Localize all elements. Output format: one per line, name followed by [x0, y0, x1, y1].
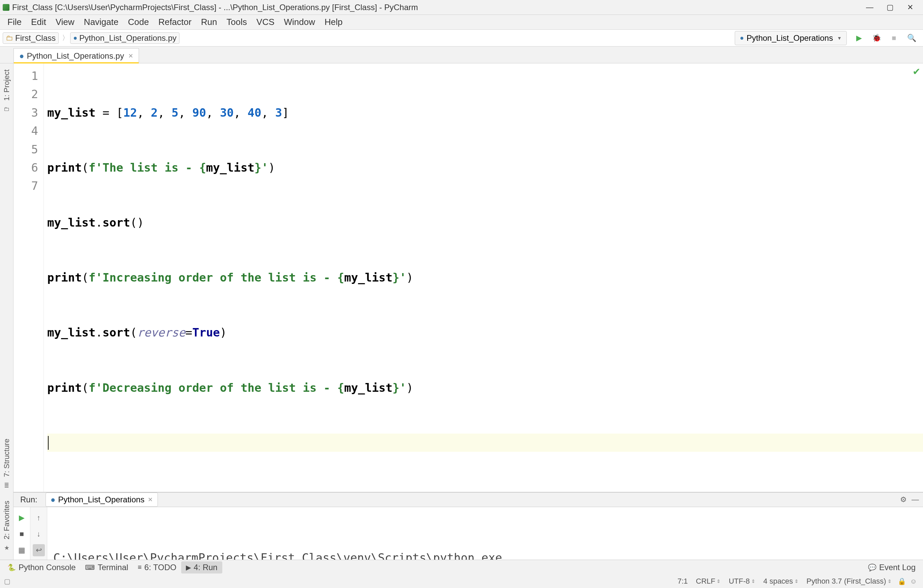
run-button[interactable]: ▶ [852, 31, 866, 45]
todo-label: 6: TODO [145, 563, 176, 572]
down-stack-icon[interactable]: ↓ [33, 528, 45, 540]
editor-run-split: ✔ 1 2 3 4 5 6 7 my_list = [12, 2, 5, 90,… [13, 63, 923, 560]
bottom-tool-bar: 🐍 Python Console ⌨ Terminal ≡ 6: TODO ▶ … [0, 560, 923, 575]
menu-code[interactable]: Code [123, 15, 153, 29]
chevron-updown-icon: ⇕ [716, 578, 721, 584]
run-tool-header: Run: ● Python_List_Operations ✕ ⚙ — [13, 492, 923, 507]
structure-icon: ≣ [4, 480, 9, 491]
code-line-6: print(f'Decreasing order of the list is … [47, 378, 923, 397]
menu-vcs[interactable]: VCS [252, 15, 279, 29]
menu-file[interactable]: File [3, 15, 26, 29]
up-stack-icon[interactable]: ↑ [33, 512, 45, 524]
close-button[interactable]: ✕ [900, 0, 920, 15]
favorites-tool-label: 2: Favorites [1, 497, 13, 543]
encoding[interactable]: UTF-8⇕ [729, 577, 755, 586]
close-icon[interactable]: ✕ [128, 52, 133, 60]
python-console-button[interactable]: 🐍 Python Console [3, 561, 80, 573]
code-line-2: print(f'The list is - {my_list}') [47, 159, 923, 177]
tab-label: Python_List_Operations.py [27, 51, 124, 61]
project-icon: 🗀 [4, 104, 10, 114]
run-toolwindow-button[interactable]: ▶ 4: Run [181, 561, 222, 573]
chevron-updown-icon: ⇕ [751, 578, 755, 584]
menubar: File Edit View Navigate Code Refactor Ru… [0, 15, 923, 29]
run-label: Run: [18, 494, 40, 506]
indent[interactable]: 4 spaces⇕ [764, 577, 798, 586]
settings-icon[interactable]: ⚙ [900, 495, 907, 504]
breadcrumb-file[interactable]: ● Python_List_Operations.py [70, 32, 179, 44]
editor-content[interactable]: my_list = [12, 2, 5, 90, 30, 40, 3] prin… [44, 63, 923, 492]
code-line-3: my_list.sort() [47, 213, 923, 232]
terminal-button[interactable]: ⌨ Terminal [80, 561, 133, 573]
terminal-label: Terminal [97, 563, 128, 572]
inspection-profile-icon[interactable]: ☺ [910, 578, 917, 585]
python-console-label: Python Console [18, 563, 76, 572]
run-tab-label: Python_List_Operations [58, 495, 145, 504]
text-cursor [48, 436, 49, 450]
menu-edit[interactable]: Edit [26, 15, 51, 29]
toolwindow-quick-icon[interactable]: ▢ [4, 577, 10, 585]
todo-icon: ≡ [138, 563, 142, 571]
menu-help[interactable]: Help [320, 15, 347, 29]
stop-button[interactable]: ■ [887, 31, 901, 45]
line-number: 3 [13, 103, 38, 122]
close-icon[interactable]: ✕ [148, 496, 153, 503]
todo-button[interactable]: ≡ 6: TODO [133, 561, 181, 573]
line-number: 5 [13, 140, 38, 159]
soft-wrap-icon[interactable]: ↩ [33, 544, 45, 556]
breadcrumb-file-label: Python_List_Operations.py [79, 33, 176, 43]
structure-tool-label: 7: Structure [1, 435, 13, 480]
search-button[interactable]: 🔍 [905, 31, 918, 45]
structure-tool-button[interactable]: 7: Structure ≣ [1, 435, 13, 491]
lock-icon[interactable]: 🔒 [898, 577, 906, 585]
menu-navigate[interactable]: Navigate [79, 15, 123, 29]
layout-icon[interactable]: ▦ [16, 544, 28, 556]
run-tool-col-1: ▶ ■ ▦ 📌 [13, 507, 30, 560]
star-icon: ★ [4, 543, 10, 553]
line-number: 4 [13, 122, 38, 140]
chevron-down-icon: ▼ [837, 35, 842, 41]
stop-run-button[interactable]: ■ [16, 528, 28, 540]
run-config-label: Python_List_Operations [747, 33, 833, 43]
maximize-button[interactable]: ▢ [880, 0, 900, 15]
menu-run[interactable]: Run [196, 15, 222, 29]
menu-refactor[interactable]: Refactor [153, 15, 196, 29]
event-log-button[interactable]: 💬 Event Log [863, 561, 920, 573]
chevron-updown-icon: ⇕ [795, 578, 798, 584]
terminal-icon: ⌨ [85, 563, 95, 572]
line-number: 7 [13, 177, 38, 195]
interpreter[interactable]: Python 3.7 (First_Class)⇕ [806, 577, 892, 586]
menu-window[interactable]: Window [279, 15, 320, 29]
menu-view[interactable]: View [51, 15, 79, 29]
titlebar: First_Class [C:\Users\User\PycharmProjec… [0, 0, 923, 15]
editor[interactable]: ✔ 1 2 3 4 5 6 7 my_list = [12, 2, 5, 90,… [13, 63, 923, 492]
line-separator[interactable]: CRLF⇕ [696, 577, 721, 586]
python-file-icon: ● [51, 495, 56, 504]
hide-icon[interactable]: — [912, 495, 919, 504]
code-line-1: my_list = [12, 2, 5, 90, 30, 40, 3] [47, 103, 923, 122]
editor-tabs: ● Python_List_Operations.py ✕ [0, 46, 923, 63]
main-body: 1: Project 🗀 7: Structure ≣ 2: Favorites… [0, 63, 923, 560]
python-file-icon: ● [73, 34, 77, 42]
tab-active[interactable]: ● Python_List_Operations.py ✕ [13, 48, 139, 63]
code-line-7 [47, 434, 923, 452]
rerun-button[interactable]: ▶ [16, 512, 28, 524]
minimize-button[interactable]: — [860, 0, 880, 15]
line-number: 1 [13, 67, 38, 85]
project-tool-button[interactable]: 1: Project 🗀 [1, 66, 13, 114]
line-number: 2 [13, 85, 38, 103]
run-panel: ▶ ■ ▦ 📌 ↑ ↓ ↩ ⥥ 🖶 🗑 C:\Users\User\Pychar… [13, 507, 923, 560]
code-line-5: my_list.sort(reverse=True) [47, 323, 923, 342]
event-log-label: Event Log [879, 563, 916, 572]
debug-button[interactable]: 🐞 [870, 31, 883, 45]
favorites-tool-button[interactable]: 2: Favorites ★ [1, 497, 13, 553]
breadcrumb-project-label: First_Class [15, 33, 56, 43]
run-config-select[interactable]: ● Python_List_Operations ▼ [735, 31, 847, 45]
menu-tools[interactable]: Tools [222, 15, 252, 29]
caret-position[interactable]: 7:1 [677, 577, 688, 586]
code-line-4: print(f'Increasing order of the list is … [47, 269, 923, 287]
left-tool-strip: 1: Project 🗀 7: Structure ≣ 2: Favorites… [0, 63, 13, 560]
breadcrumb-project[interactable]: 🗀 First_Class [3, 32, 59, 44]
chevron-updown-icon: ⇕ [888, 578, 892, 584]
console-output[interactable]: C:\Users\User\PycharmProjects\First_Clas… [47, 507, 923, 560]
run-config-tab[interactable]: ● Python_List_Operations ✕ [46, 493, 158, 507]
